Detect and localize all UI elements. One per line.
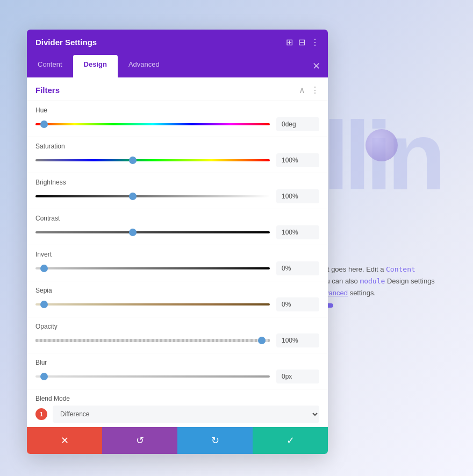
saturation-label: Saturation <box>35 143 319 150</box>
hue-label: Hue <box>35 106 319 114</box>
sepia-controls <box>35 297 319 311</box>
invert-label: Invert <box>35 251 319 258</box>
blend-mode-select[interactable]: Normal Multiply Screen Overlay Darken Li… <box>53 406 319 423</box>
saturation-row: Saturation <box>27 137 328 173</box>
saturation-slider-thumb[interactable] <box>129 157 137 164</box>
panel-title: Divider Settings <box>35 38 97 47</box>
contrast-slider-thumb[interactable] <box>129 229 137 236</box>
brightness-row: Brightness <box>27 173 328 209</box>
decorative-circle <box>366 129 398 161</box>
sepia-slider-track[interactable] <box>35 303 270 306</box>
sepia-slider-thumb[interactable] <box>40 301 48 308</box>
blur-value-input[interactable] <box>276 370 319 383</box>
blend-mode-label: Blend Mode <box>35 395 319 402</box>
opacity-row: Opacity <box>27 317 328 353</box>
section-header-actions: ∧ ⋮ <box>299 85 319 95</box>
hue-slider-track[interactable] <box>35 123 270 125</box>
panel-header: Divider Settings ⊞ ⊟ ⋮ <box>27 30 328 55</box>
saturation-value-input[interactable] <box>276 153 319 167</box>
contrast-label: Contrast <box>35 215 319 222</box>
opacity-slider-track[interactable] <box>35 339 270 342</box>
blur-slider-track[interactable] <box>35 375 270 378</box>
tab-design[interactable]: Design <box>73 55 118 77</box>
contrast-slider-track[interactable] <box>35 231 270 233</box>
tab-advanced[interactable]: Advanced <box>118 55 170 77</box>
opacity-label: Opacity <box>35 323 319 330</box>
cancel-button[interactable]: ✕ <box>27 427 102 454</box>
filters-section-header: Filters ∧ ⋮ <box>27 77 328 101</box>
blend-mode-badge: 1 <box>35 408 47 420</box>
invert-row: Invert <box>27 245 328 281</box>
bottom-toolbar: ✕ ↺ ↻ ✓ <box>27 427 328 454</box>
close-panel-button[interactable]: ✕ <box>305 55 328 77</box>
invert-slider-track[interactable] <box>35 267 270 269</box>
confirm-button[interactable]: ✓ <box>253 427 328 454</box>
brightness-slider-thumb[interactable] <box>129 193 137 200</box>
brightness-controls <box>35 189 319 203</box>
contrast-controls <box>35 225 319 239</box>
blend-mode-row: Blend Mode 1 Normal Multiply Screen Over… <box>27 389 328 427</box>
header-icons: ⊞ ⊟ ⋮ <box>286 37 319 47</box>
invert-slider-thumb[interactable] <box>40 265 48 272</box>
blend-mode-controls: 1 Normal Multiply Screen Overlay Darken … <box>35 406 319 423</box>
tab-content[interactable]: Content <box>27 55 73 77</box>
collapse-icon[interactable]: ∧ <box>299 85 305 95</box>
brightness-slider-track[interactable] <box>35 195 270 197</box>
content-link1: Content <box>386 265 415 273</box>
saturation-slider-track[interactable] <box>35 159 270 161</box>
undo-button[interactable]: ↺ <box>102 427 177 454</box>
sepia-row: Sepia <box>27 281 328 317</box>
hue-controls <box>35 117 319 131</box>
saturation-controls <box>35 153 319 167</box>
hue-value-input[interactable] <box>276 117 319 131</box>
divider-settings-panel: Divider Settings ⊞ ⊟ ⋮ Content Design Ad… <box>27 30 328 454</box>
blur-slider-thumb[interactable] <box>40 373 48 380</box>
invert-value-input[interactable] <box>276 261 319 275</box>
opacity-controls <box>35 333 319 347</box>
tab-bar: Content Design Advanced ✕ <box>27 55 328 77</box>
expand-icon[interactable]: ⊞ <box>286 37 293 47</box>
contrast-row: Contrast <box>27 209 328 245</box>
filters-title: Filters <box>35 86 60 95</box>
content-text4: settings. <box>350 289 376 297</box>
opacity-slider-thumb[interactable] <box>258 337 266 344</box>
panel-body: Filters ∧ ⋮ Hue Saturation <box>27 77 328 427</box>
opacity-value-input[interactable] <box>276 333 319 347</box>
sepia-label: Sepia <box>35 287 319 294</box>
contrast-value-input[interactable] <box>276 225 319 239</box>
invert-controls <box>35 261 319 275</box>
more-icon[interactable]: ⋮ <box>311 37 319 47</box>
brightness-label: Brightness <box>35 179 319 186</box>
brightness-value-input[interactable] <box>276 189 319 203</box>
hue-row: Hue <box>27 101 328 137</box>
hue-slider-thumb[interactable] <box>40 120 48 128</box>
redo-button[interactable]: ↻ <box>177 427 253 454</box>
blur-label: Blur <box>35 359 319 366</box>
content-link2: module <box>360 277 385 285</box>
blur-row: Blur <box>27 353 328 389</box>
sepia-value-input[interactable] <box>276 297 319 311</box>
split-icon[interactable]: ⊟ <box>298 37 305 47</box>
blur-controls <box>35 370 319 383</box>
section-more-icon[interactable]: ⋮ <box>311 85 319 95</box>
